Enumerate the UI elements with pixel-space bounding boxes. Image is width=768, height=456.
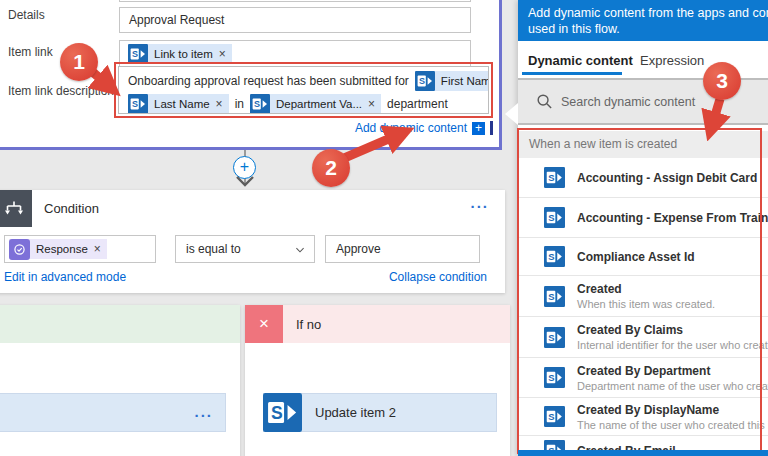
item-description: The name of the user who created this it… [577, 419, 768, 431]
sharepoint-icon [544, 406, 565, 427]
annotation-circle-1: 1 [60, 43, 98, 81]
sharepoint-icon [263, 393, 302, 432]
description-text: in [235, 97, 244, 111]
if-yes-action-card[interactable]: ... [0, 393, 226, 432]
panel-callout-arrow [505, 103, 518, 125]
annotation-circle-3: 3 [703, 62, 741, 100]
response-chip[interactable]: Response × [9, 239, 107, 259]
details-label: Details [8, 8, 45, 22]
operator-value: is equal to [186, 242, 241, 256]
item-link-description-label: Item link description [8, 84, 114, 98]
chip-label: First Name [435, 75, 489, 87]
item-title: Accounting - Expense From Training Compl… [577, 211, 768, 225]
item-title: Created By Claims [577, 323, 768, 337]
sharepoint-icon [250, 94, 270, 114]
description-text: Onboarding approval request has been sub… [128, 74, 409, 88]
panel-bottom-border [518, 450, 768, 456]
sharepoint-icon [544, 367, 565, 388]
item-link-description-input[interactable]: Onboarding approval request has been sub… [118, 66, 489, 114]
close-icon[interactable]: × [245, 305, 283, 343]
panel-banner: Add dynamic content from the apps and co… [518, 0, 768, 41]
add-dynamic-content-link[interactable]: Add dynamic content [355, 121, 467, 135]
tab-expression[interactable]: Expression [640, 53, 704, 68]
chip-label: Response [30, 243, 91, 255]
dynamic-content-list: When a new item is created Accounting - … [518, 131, 768, 456]
description-text: department [387, 97, 448, 111]
condition-left-operand[interactable]: Response × [4, 235, 156, 263]
sharepoint-icon [544, 246, 565, 267]
banner-line1: Add dynamic content from the apps and co… [528, 5, 768, 21]
add-icon[interactable]: + [472, 122, 485, 135]
item-title: Created By DisplayName [577, 403, 768, 417]
if-yes-card[interactable]: ... [0, 305, 240, 456]
if-no-header: × If no [245, 305, 510, 343]
first-name-chip[interactable]: First Name × [415, 71, 489, 91]
list-item[interactable]: Compliance Asset Id [518, 238, 768, 276]
remove-chip-icon[interactable]: × [365, 97, 375, 111]
remove-chip-icon[interactable]: × [91, 242, 101, 256]
last-name-chip[interactable]: Last Name × [128, 94, 229, 114]
remove-chip-icon[interactable]: × [213, 97, 223, 111]
chip-label: Last Name [148, 98, 213, 110]
truncated-top-field[interactable] [119, 0, 471, 2]
list-item[interactable]: Created By Department Department name of… [518, 358, 768, 398]
action-menu-button[interactable]: ... [194, 403, 213, 420]
collapse-condition-link[interactable]: Collapse condition [389, 270, 487, 284]
chip-label: Link to item [148, 48, 216, 60]
list-item[interactable]: Created By DisplayName The name of the u… [518, 398, 768, 436]
annotation-circle-2: 2 [312, 149, 350, 187]
if-no-title: If no [296, 317, 321, 332]
remove-chip-icon[interactable]: × [216, 47, 226, 61]
item-link-label: Item link [8, 45, 53, 59]
condition-right-operand[interactable]: Approve [325, 235, 480, 263]
if-no-card[interactable]: × If no Update item 2 [245, 305, 510, 456]
chip-label: Department Va... [270, 98, 365, 110]
arrow-down-icon [235, 175, 255, 187]
condition-menu-button[interactable]: ... [470, 194, 489, 211]
condition-icon [0, 190, 32, 227]
update-item-2-card[interactable]: Update item 2 [263, 393, 497, 432]
annotation-highlight-box-1: Onboarding approval request has been sub… [114, 62, 493, 118]
if-yes-header [0, 305, 240, 343]
sharepoint-icon [415, 71, 435, 91]
condition-card[interactable]: Condition ... Response × is equal to App… [0, 190, 505, 293]
department-chip[interactable]: Department Va... × [250, 94, 381, 114]
approvals-icon [9, 239, 30, 260]
list-item[interactable]: Accounting - Expense From Training Compl… [518, 198, 768, 238]
item-title: Compliance Asset Id [577, 250, 695, 264]
item-description: Department name of the user who created … [577, 380, 768, 392]
sharepoint-icon [128, 94, 148, 114]
link-to-item-chip[interactable]: Link to item × [128, 44, 232, 64]
sharepoint-icon [128, 44, 148, 64]
active-tab-underline [522, 72, 622, 75]
list-item[interactable]: Created By Claims Internal identifier fo… [518, 317, 768, 358]
item-title: Created By Department [577, 364, 768, 378]
list-item[interactable]: Created When this item was created. [518, 276, 768, 317]
add-dynamic-content-row: Add dynamic content + [114, 121, 493, 135]
update-item-label: Update item 2 [302, 394, 396, 431]
condition-operator-dropdown[interactable]: is equal to [175, 235, 315, 263]
list-item[interactable]: Accounting - Assign Debit Card [518, 158, 768, 198]
item-description: When this item was created. [577, 298, 715, 310]
search-icon [536, 93, 553, 110]
group-header: When a new item is created [518, 131, 768, 158]
item-title: Accounting - Assign Debit Card [577, 171, 757, 185]
sharepoint-icon [544, 327, 565, 348]
sharepoint-icon [544, 167, 565, 188]
chevron-down-icon [294, 244, 306, 256]
tab-dynamic-content[interactable]: Dynamic content [528, 53, 633, 68]
details-input[interactable]: Approval Request [119, 7, 471, 33]
item-title: Created [577, 282, 715, 296]
text-cursor [490, 121, 493, 135]
banner-line2: used in this flow. [528, 21, 768, 37]
item-description: Internal identifier for the user who cre… [577, 339, 768, 351]
sharepoint-icon [544, 207, 565, 228]
condition-title: Condition [44, 201, 99, 216]
sharepoint-icon [544, 286, 565, 307]
edit-advanced-mode-link[interactable]: Edit in advanced mode [4, 270, 126, 284]
